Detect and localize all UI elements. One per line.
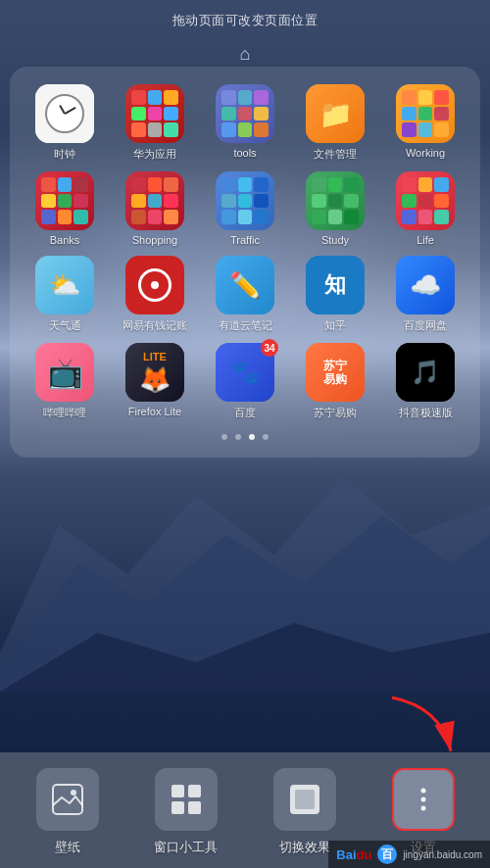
page-dot-1 (221, 434, 227, 440)
bottom-item-widgets[interactable]: 窗口小工具 (142, 768, 230, 856)
badge-baidu: 34 (261, 339, 278, 357)
bottom-label-transitions: 切换效果 (279, 839, 330, 856)
app-item-clock[interactable]: 时钟 (22, 84, 108, 162)
app-label-shopping: Shopping (132, 234, 178, 246)
home-icon[interactable]: ⌂ (240, 44, 251, 65)
app-label-douyin: 抖音极速版 (399, 406, 453, 420)
app-item-huawei[interactable]: 华为应用 (112, 84, 198, 162)
app-grid-row3: ⛅ 天气通 网易有钱记账 ✏️ 有道云笔记 (22, 256, 468, 333)
app-label-bilibili: 哔哩哔哩 (43, 406, 86, 420)
app-label-traffic: Traffic (230, 234, 260, 246)
app-item-baidunetdisk[interactable]: ☁️ 百度网盘 (382, 256, 468, 333)
app-label-clock: 时钟 (54, 147, 75, 162)
bottom-label-wallpaper: 壁纸 (55, 839, 80, 856)
page-dot-4 (263, 434, 269, 440)
bottom-icon-settings (392, 768, 455, 831)
app-item-study[interactable]: Study (292, 171, 378, 246)
app-item-zhihu[interactable]: 知 知乎 (292, 256, 378, 333)
baidu-site: jingyan.baidu.com (403, 849, 482, 860)
bottom-label-widgets: 窗口小工具 (154, 839, 218, 856)
app-label-study: Study (321, 234, 349, 246)
app-icon-tools (216, 84, 274, 143)
app-icon-clock (35, 84, 94, 143)
page-dots (22, 434, 468, 440)
app-label-baidu: 百度 (234, 406, 256, 420)
bottom-icon-transitions (273, 768, 336, 831)
app-label-suning: 苏宁易购 (314, 406, 357, 420)
svg-rect-11 (295, 790, 315, 809)
app-item-traffic[interactable]: Traffic (202, 171, 288, 246)
svg-point-12 (420, 789, 425, 794)
svg-point-5 (71, 790, 76, 796)
app-icon-working (396, 84, 455, 143)
app-label-files: 文件管理 (314, 147, 357, 162)
app-item-netease[interactable]: 网易有钱记账 (112, 256, 198, 333)
app-item-youdao[interactable]: ✏️ 有道云笔记 (202, 256, 288, 333)
app-panel: 时钟 华为应用 (10, 67, 480, 458)
app-icon-life (396, 171, 455, 230)
svg-point-13 (420, 797, 425, 802)
app-grid-row1: 时钟 华为应用 (22, 84, 468, 162)
app-item-weather[interactable]: ⛅ 天气通 (22, 256, 108, 333)
svg-point-14 (420, 806, 425, 811)
app-icon-baidu: 🐾 34 (216, 343, 274, 402)
app-grid-row4: 📺 哔哩哔哩 LITE 🦊 Firefox Lite 🐾 34 (22, 343, 468, 420)
app-label-life: Life (416, 234, 434, 246)
app-item-life[interactable]: Life (382, 171, 468, 246)
baidu-logo: Baidu (336, 847, 371, 862)
app-item-shopping[interactable]: Shopping (112, 171, 198, 246)
app-label-baidunetdisk: 百度网盘 (404, 318, 447, 333)
app-item-douyin[interactable]: 🎵 抖音极速版 (382, 343, 468, 420)
app-icon-netease (125, 256, 184, 314)
app-label-huawei: 华为应用 (133, 147, 176, 162)
arrow-annotation (382, 688, 461, 770)
app-icon-baidunetdisk: ☁️ (396, 256, 455, 314)
app-icon-firefox: LITE 🦊 (125, 343, 184, 402)
app-icon-shopping (125, 171, 184, 230)
app-label-tools: tools (233, 147, 256, 159)
app-icon-banks (35, 171, 94, 230)
app-item-bilibili[interactable]: 📺 哔哩哔哩 (22, 343, 108, 420)
app-icon-huawei (125, 84, 184, 143)
app-label-zhihu: 知乎 (324, 318, 346, 333)
page-dot-2 (235, 434, 241, 440)
baidu-icon: 百 (377, 844, 397, 864)
app-icon-youdao: ✏️ (216, 256, 274, 314)
bottom-icon-wallpaper (36, 768, 99, 831)
baidu-watermark: Baidu 百 jingyan.baidu.com (328, 841, 490, 868)
svg-rect-9 (188, 801, 201, 814)
app-item-firefox[interactable]: LITE 🦊 Firefox Lite (112, 343, 198, 420)
svg-rect-6 (172, 785, 184, 797)
app-grid-row2: Banks Shopping (22, 171, 468, 246)
app-item-baidu[interactable]: 🐾 34 百度 (202, 343, 288, 420)
page-dot-3 (249, 434, 255, 440)
app-icon-suning: 苏宁易购 (306, 343, 365, 402)
app-item-tools[interactable]: tools (202, 84, 288, 162)
app-item-banks[interactable]: Banks (22, 171, 108, 246)
app-label-working: Working (406, 147, 445, 159)
app-label-banks: Banks (50, 234, 80, 246)
app-item-files[interactable]: 📁 文件管理 (292, 84, 378, 162)
app-icon-zhihu: 知 (306, 256, 365, 314)
svg-rect-7 (188, 785, 201, 797)
app-item-suning[interactable]: 苏宁易购 苏宁易购 (292, 343, 378, 420)
app-icon-files: 📁 (306, 84, 365, 143)
app-icon-weather: ⛅ (35, 256, 94, 314)
app-label-firefox: Firefox Lite (128, 406, 181, 417)
app-label-youdao: 有道云笔记 (219, 318, 272, 333)
bottom-icon-widgets (155, 768, 218, 831)
app-icon-bilibili: 📺 (35, 343, 94, 402)
svg-rect-8 (172, 801, 184, 814)
app-icon-study (306, 171, 365, 230)
app-icon-douyin: 🎵 (396, 343, 455, 402)
bottom-item-wallpaper[interactable]: 壁纸 (24, 768, 112, 856)
app-item-working[interactable]: Working (382, 84, 468, 162)
app-label-weather: 天气通 (49, 318, 81, 333)
top-hint: 拖动页面可改变页面位置 (0, 12, 490, 29)
app-label-netease: 网易有钱记账 (122, 318, 187, 333)
app-icon-traffic (216, 171, 274, 230)
